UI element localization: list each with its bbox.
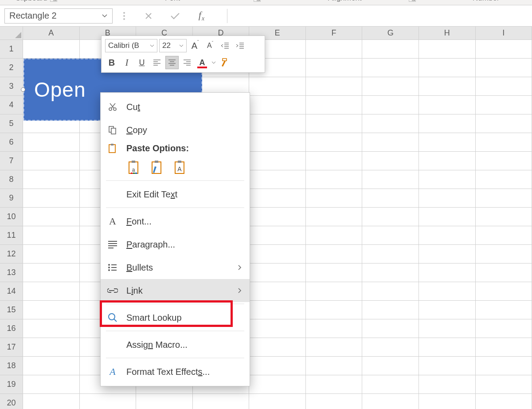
row-header-5[interactable]: 5 (0, 114, 23, 133)
cell[interactable] (306, 152, 363, 170)
cell[interactable] (306, 133, 363, 152)
bold-button[interactable]: B (105, 56, 118, 69)
ctx-exit-edit-text[interactable]: Exit Edit Text (101, 183, 250, 206)
cell[interactable] (23, 338, 80, 357)
cell[interactable] (306, 319, 363, 338)
formula-bar-drag-handle-icon[interactable] (123, 12, 126, 20)
cell[interactable] (249, 394, 306, 409)
align-center-button[interactable] (165, 56, 179, 69)
cell[interactable] (362, 319, 419, 338)
cell[interactable] (419, 338, 476, 357)
cell[interactable] (306, 59, 363, 77)
formula-bar-input[interactable] (227, 9, 528, 23)
cell[interactable] (249, 245, 306, 263)
cell[interactable] (249, 77, 306, 96)
cell[interactable] (249, 301, 306, 319)
ctx-font[interactable]: A Font... (101, 210, 250, 233)
cell[interactable] (306, 301, 363, 319)
name-box-dropdown-icon[interactable] (101, 14, 109, 18)
cell[interactable] (419, 170, 476, 189)
column-header-F[interactable]: F (306, 27, 363, 40)
cell[interactable] (419, 59, 476, 77)
cell[interactable] (23, 357, 80, 375)
cell[interactable] (476, 208, 532, 226)
paste-merge-formatting-button[interactable] (149, 158, 165, 178)
cell[interactable] (306, 338, 363, 357)
cell[interactable] (23, 226, 80, 245)
cell[interactable] (23, 170, 80, 189)
cell[interactable] (23, 152, 80, 170)
cell[interactable] (362, 394, 419, 409)
cell[interactable] (306, 282, 363, 301)
cell[interactable] (362, 357, 419, 375)
row-header-15[interactable]: 15 (0, 301, 23, 319)
cell[interactable] (419, 133, 476, 152)
cell[interactable] (362, 152, 419, 170)
row-header-17[interactable]: 17 (0, 338, 23, 357)
font-dialog-launcher-icon[interactable] (254, 0, 261, 2)
row-header-6[interactable]: 6 (0, 133, 23, 152)
cell[interactable] (249, 357, 306, 375)
align-left-button[interactable] (150, 56, 164, 69)
increase-font-size-button[interactable]: Aˆ (188, 39, 202, 52)
alignment-dialog-launcher-icon[interactable] (409, 0, 416, 2)
cell[interactable] (419, 282, 476, 301)
enter-edit-button[interactable] (166, 9, 184, 23)
row-header-1[interactable]: 1 (0, 40, 23, 59)
cell[interactable] (476, 170, 532, 189)
cell[interactable] (476, 40, 532, 59)
cell[interactable] (419, 245, 476, 263)
cell[interactable] (136, 394, 193, 409)
cancel-edit-button[interactable] (139, 9, 158, 23)
cell[interactable] (249, 96, 306, 114)
cell[interactable] (23, 40, 80, 59)
column-header-I[interactable]: I (476, 27, 532, 40)
row-header-18[interactable]: 18 (0, 357, 23, 375)
cell[interactable] (23, 394, 80, 409)
row-header-19[interactable]: 19 (0, 375, 23, 394)
cell[interactable] (23, 133, 80, 152)
cell[interactable] (249, 226, 306, 245)
ctx-smart-lookup[interactable]: Smart Lookup (101, 306, 250, 329)
mini-size-combo[interactable]: 22 (159, 39, 187, 52)
cell[interactable] (306, 245, 363, 263)
cell[interactable] (476, 282, 532, 301)
cell[interactable] (419, 96, 476, 114)
resize-handle-left[interactable] (21, 87, 25, 92)
cell[interactable] (362, 301, 419, 319)
cell[interactable] (419, 263, 476, 282)
cell[interactable] (476, 133, 532, 152)
row-header-12[interactable]: 12 (0, 245, 23, 263)
cell[interactable] (419, 394, 476, 409)
decrease-font-size-button[interactable]: Aˇ (203, 39, 217, 52)
cell[interactable] (419, 208, 476, 226)
row-header-10[interactable]: 10 (0, 208, 23, 226)
cell[interactable] (306, 375, 363, 394)
increase-indent-button[interactable] (234, 39, 247, 52)
cell[interactable] (362, 263, 419, 282)
row-header-4[interactable]: 4 (0, 96, 23, 114)
cell[interactable] (419, 114, 476, 133)
cell[interactable] (476, 375, 532, 394)
clipboard-dialog-launcher-icon[interactable] (50, 0, 57, 2)
cell[interactable] (23, 319, 80, 338)
cell[interactable] (306, 226, 363, 245)
align-right-button[interactable] (180, 56, 194, 69)
cell[interactable] (476, 301, 532, 319)
row-header-11[interactable]: 11 (0, 226, 23, 245)
cell[interactable] (362, 40, 419, 59)
cell[interactable] (362, 208, 419, 226)
ctx-format-text-effects[interactable]: A Format Text Effects... (101, 360, 250, 383)
cell[interactable] (419, 77, 476, 96)
cell[interactable] (23, 375, 80, 394)
row-header-9[interactable]: 9 (0, 189, 23, 208)
ctx-assign-macro[interactable]: Assign Macro... (101, 333, 250, 356)
cell[interactable] (249, 133, 306, 152)
column-header-A[interactable]: A (23, 27, 80, 40)
cell[interactable] (419, 357, 476, 375)
name-box[interactable]: Rectangle 2 (4, 8, 113, 24)
cell[interactable] (476, 263, 532, 282)
cell[interactable] (476, 152, 532, 170)
cell[interactable] (306, 208, 363, 226)
cell[interactable] (362, 114, 419, 133)
